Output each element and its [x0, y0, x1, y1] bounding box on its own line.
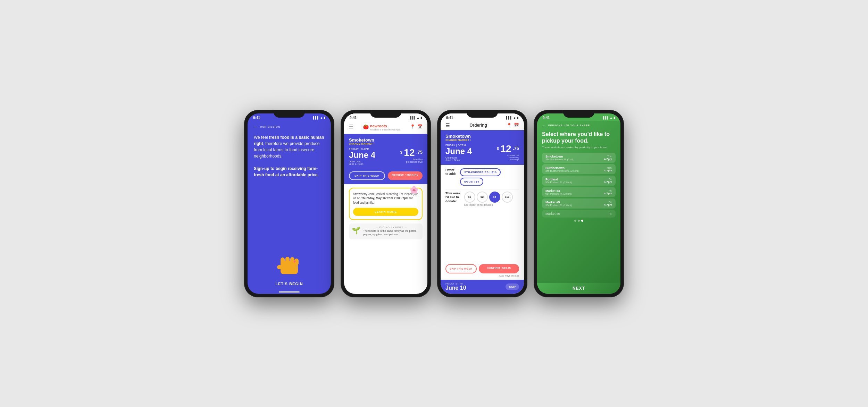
phone3-next: FRIDAY | 5-7PM June 10 SKIP: [441, 280, 524, 294]
phone-notch-3: [467, 110, 498, 118]
donate-10-button[interactable]: $10: [502, 192, 513, 203]
order-due-3: Order Due:June 1, Noon: [445, 156, 472, 161]
eggs-chip[interactable]: EGGS | $4: [460, 178, 483, 186]
market-day-4: Fri.: [604, 189, 612, 192]
location-icon-3[interactable]: 📍: [507, 123, 512, 128]
signal-icon: ▌▌▌: [313, 116, 319, 119]
phone-pickup: 9:41 ▌▌▌ ▲ ▮ ← PERSONALIZE YOUR SHARE Se…: [534, 110, 624, 297]
calendar-icon-3[interactable]: 📅: [514, 123, 519, 128]
logo-subtitle: fresh food is a basic human right.: [370, 129, 401, 131]
phone3-date-section: FRIDAY | 5-7PM June 4 Order Due:June 1, …: [445, 144, 519, 161]
market-time-4: 4-7pm: [604, 192, 612, 195]
learn-more-button[interactable]: LEARN MORE: [353, 208, 418, 216]
illustration: ♥ ♪ LET'S BEGIN: [254, 254, 325, 286]
big-date-3: June 4: [445, 147, 472, 155]
card-text: Strawberry Jam Festival is coming up! Pl…: [353, 192, 418, 205]
market-time-butchertown: 4-7pm: [604, 169, 612, 172]
pagination: [542, 220, 616, 222]
market-name-butchertown: Butchertown: [545, 166, 579, 170]
next-day: FRIDAY | 5-7PM: [445, 282, 466, 285]
mission-text: We feel fresh food is a basic human righ…: [254, 134, 325, 178]
order-due: Order Due:June 1, Noon: [349, 160, 375, 165]
next-date: June 10: [445, 285, 466, 291]
ordering-title: Ordering: [469, 123, 487, 128]
action-buttons: SKIP THIS WEEK REVIEW / MODIFY: [344, 169, 427, 184]
market-item-6[interactable]: Market #6 Fri.: [542, 210, 616, 218]
header-icons-3: 📍 📅: [507, 123, 519, 128]
card-decoration-icon: 🌸: [410, 186, 418, 194]
next-button[interactable]: NEXT: [573, 286, 585, 291]
phone-ordering: 9:41 ▌▌▌ ▲ ▮ ☰ Ordering 📍 📅 Smoketown CH…: [437, 110, 527, 297]
market-item-5[interactable]: Market #5 964 Portland Pl. (2.8 mi) Fri.…: [542, 198, 616, 209]
donate-2-button[interactable]: $2: [477, 192, 488, 203]
skip-button-3[interactable]: SKIP: [506, 283, 519, 290]
donate-label: This week,I'd like todonate:: [445, 192, 461, 204]
big-date: June 4: [349, 151, 375, 159]
battery-icon-2: ▮: [420, 116, 422, 119]
lets-begin-label[interactable]: LET'S BEGIN: [275, 282, 303, 286]
header-icons: 📍 📅: [410, 124, 423, 129]
hamburger-menu-icon[interactable]: ☰: [349, 124, 353, 129]
review-modify-button[interactable]: REVIEW / MODIFY: [388, 171, 423, 180]
calendar-icon[interactable]: 📅: [417, 124, 423, 129]
market-day-smoketown: Tue.: [604, 155, 612, 158]
back-arrow-icon[interactable]: ←: [254, 125, 258, 129]
wifi-icon: ▲: [320, 116, 323, 119]
svg-rect-1: [281, 257, 285, 265]
market-time-portland: 4-7pm: [604, 180, 612, 184]
tip-content: — DID YOU KNOW? — The tomato is in the s…: [363, 226, 420, 237]
market-name-4: Market #4: [545, 189, 571, 193]
phone-notch: [274, 110, 305, 118]
market-item-4[interactable]: Market #4 964 Portland Pl. (2.8 mi) Fri.…: [542, 187, 616, 197]
tip-text: The tomato is in the same family as the …: [363, 229, 420, 237]
market-addr-smoketown: 234 Smoketown St. (1 mi): [545, 158, 574, 161]
market-day-5: Fri.: [604, 201, 612, 203]
phone3-hero: Smoketown CHANGE MARKET › FRIDAY | 5-7PM…: [441, 130, 524, 165]
svg-text:♥: ♥: [293, 259, 296, 264]
market-name-portland: Portland: [545, 178, 571, 181]
location-icon[interactable]: 📍: [410, 124, 415, 129]
market-addr-butchertown: 345 Butchertown Blvd. (2.5 mi): [545, 170, 579, 172]
logo-roots: roots: [377, 124, 387, 128]
price-cents-3: .75: [513, 145, 519, 151]
status-icons-4: ▌▌▌ ▲ ▮: [603, 116, 615, 119]
phone-notch-2: [370, 110, 401, 118]
phone3-header: ☰ Ordering 📍 📅: [441, 121, 524, 130]
battery-icon: ▮: [324, 116, 325, 119]
back-arrow-icon-4[interactable]: ←: [542, 123, 546, 128]
fist-icon: ♥ ♪: [275, 254, 303, 278]
market-item-portland[interactable]: Portland 964 Portland Pl. (2.8 mi) Fri. …: [542, 176, 616, 186]
status-time-1: 9:41: [253, 116, 260, 120]
skip-week-button-3[interactable]: SKIP THIS WEEK: [445, 264, 477, 273]
status-time-2: 9:41: [350, 116, 357, 120]
add-chips: STRAWBERRIES | $10 EGGS | $4: [460, 168, 501, 186]
hamburger-menu-icon-3[interactable]: ☰: [445, 122, 450, 128]
phone1-nav: ← OUR MISSION: [254, 125, 325, 129]
wifi-icon-3: ▲: [513, 116, 516, 119]
market-item-butchertown[interactable]: Butchertown 345 Butchertown Blvd. (2.5 m…: [542, 164, 616, 174]
phone4-nav: ← PERSONALIZE YOUR SHARE: [542, 123, 616, 128]
tip-vegetable-icon: 🌱: [352, 226, 360, 235]
battery-icon-4: ▮: [614, 116, 615, 119]
market-time-5: 4-7pm: [604, 203, 612, 206]
dot-2: [578, 220, 580, 222]
price-main-3: 12: [500, 143, 511, 154]
add-label: I wantto add:: [445, 168, 456, 176]
tip-header: — DID YOU KNOW? —: [363, 226, 420, 229]
donate-5-button[interactable]: $5: [489, 192, 500, 203]
strawberries-chip[interactable]: STRAWBERRIES | $10: [460, 168, 501, 176]
status-icons-2: ▌▌▌ ▲ ▮: [410, 116, 422, 119]
skip-week-button[interactable]: SKIP THIS WEEK: [349, 171, 385, 180]
confirm-button[interactable]: CONFIRM | $15.45: [479, 264, 519, 273]
donate-0-button[interactable]: $0: [464, 192, 475, 203]
pickup-subtitle: These markets are ranked by proximity to…: [542, 145, 616, 149]
change-market[interactable]: CHANGE MARKET ›: [349, 143, 423, 145]
market-item-smoketown[interactable]: Smoketown 234 Smoketown St. (1 mi) Tue. …: [542, 153, 616, 163]
market-name-5: Market #5: [545, 201, 571, 204]
change-market-3[interactable]: CHANGE MARKET ›: [445, 139, 519, 141]
market-name-6: Market #6: [545, 212, 560, 215]
donate-impact-link[interactable]: See impact of my donation: [464, 204, 513, 206]
date-time-3: FRIDAY | 5-7PM: [445, 144, 472, 146]
home-indicator: [279, 291, 300, 292]
dot-3: [581, 220, 583, 222]
